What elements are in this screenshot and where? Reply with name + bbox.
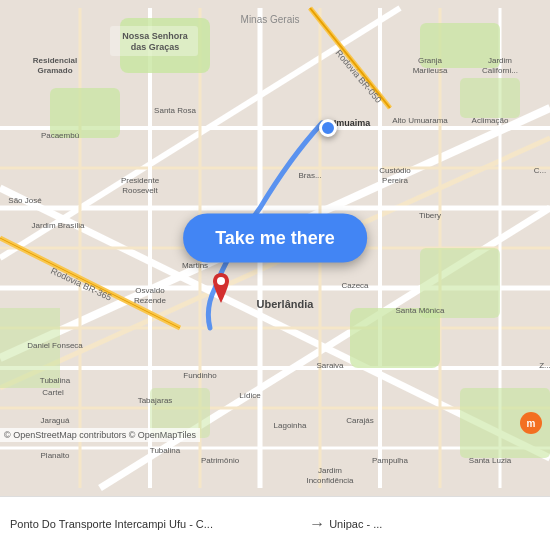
svg-text:Planalto: Planalto xyxy=(41,451,70,460)
svg-text:Presidente: Presidente xyxy=(121,176,160,185)
svg-text:Fundinho: Fundinho xyxy=(183,371,217,380)
svg-text:Daniel Fonseca: Daniel Fonseca xyxy=(27,341,83,350)
app-container: Rodovia BR-050 Rodovia BR-365 Nossa Senh… xyxy=(0,0,550,550)
svg-text:Gramado: Gramado xyxy=(37,66,72,75)
svg-text:Tibery: Tibery xyxy=(419,211,441,220)
svg-text:Carajás: Carajás xyxy=(346,416,374,425)
map-area: Rodovia BR-050 Rodovia BR-365 Nossa Senh… xyxy=(0,0,550,496)
destination-marker xyxy=(209,273,233,303)
svg-text:Pampulha: Pampulha xyxy=(372,456,409,465)
svg-text:Aclimação: Aclimação xyxy=(472,116,509,125)
svg-text:Pacaembú: Pacaembú xyxy=(41,131,79,140)
moovit-letter: m xyxy=(527,418,536,429)
svg-text:Lagoinha: Lagoinha xyxy=(274,421,307,430)
svg-text:C...: C... xyxy=(534,166,546,175)
svg-text:Uberlândia: Uberlândia xyxy=(257,298,315,310)
origin-item: Ponto Do Transporte Intercampi Ufu - C..… xyxy=(10,518,305,530)
svg-text:Jaraguá: Jaraguá xyxy=(41,416,70,425)
svg-text:Patrimônio: Patrimônio xyxy=(201,456,240,465)
svg-rect-26 xyxy=(460,78,520,118)
origin-label: Ponto Do Transporte Intercampi Ufu - C..… xyxy=(10,518,213,530)
svg-text:das Graças: das Graças xyxy=(131,42,180,52)
svg-text:Tubalina: Tubalina xyxy=(40,376,71,385)
destination-label: Unipac - ... xyxy=(329,518,382,530)
svg-text:Roosevelt: Roosevelt xyxy=(122,186,158,195)
svg-text:Z...: Z... xyxy=(539,361,550,370)
svg-text:Minas Gerais: Minas Gerais xyxy=(241,14,300,25)
origin-marker xyxy=(319,119,337,137)
svg-text:Osvaldo: Osvaldo xyxy=(135,286,165,295)
svg-text:Jardim: Jardim xyxy=(318,466,342,475)
moovit-icon: m xyxy=(520,412,542,434)
svg-text:Lídice: Lídice xyxy=(239,391,261,400)
svg-point-86 xyxy=(217,277,225,285)
svg-text:Pereira: Pereira xyxy=(382,176,408,185)
svg-text:Santa Rosa: Santa Rosa xyxy=(154,106,196,115)
svg-text:Jardim: Jardim xyxy=(488,56,512,65)
map-attribution: © OpenStreetMap contributors © OpenMapTi… xyxy=(0,428,200,442)
svg-text:Saraiva: Saraiva xyxy=(316,361,344,370)
svg-text:Custódio: Custódio xyxy=(379,166,411,175)
svg-text:Jardim Brasília: Jardim Brasília xyxy=(32,221,85,230)
moovit-logo: m xyxy=(520,412,542,434)
svg-text:Rezende: Rezende xyxy=(134,296,167,305)
svg-text:Cazeca: Cazeca xyxy=(341,281,369,290)
svg-text:Alto Umuarama: Alto Umuarama xyxy=(392,116,448,125)
svg-text:Nossa Senhora: Nossa Senhora xyxy=(122,31,189,41)
svg-text:Santa Mônica: Santa Mônica xyxy=(396,306,445,315)
svg-text:São José: São José xyxy=(8,196,42,205)
take-me-there-button[interactable]: Take me there xyxy=(183,214,367,263)
route-arrow: → xyxy=(305,515,329,533)
svg-text:Residencial: Residencial xyxy=(33,56,77,65)
svg-text:Tubalina: Tubalina xyxy=(150,446,181,455)
svg-text:Californi...: Californi... xyxy=(482,66,518,75)
svg-text:Tabajaras: Tabajaras xyxy=(138,396,173,405)
svg-text:Bras...: Bras... xyxy=(298,171,321,180)
svg-text:Granja: Granja xyxy=(418,56,443,65)
svg-text:Santa Luzia: Santa Luzia xyxy=(469,456,512,465)
bottom-bar: Ponto Do Transporte Intercampi Ufu - C..… xyxy=(0,496,550,550)
svg-text:Marileusa: Marileusa xyxy=(413,66,448,75)
svg-text:Inconfidência: Inconfidência xyxy=(306,476,354,485)
destination-item: Unipac - ... xyxy=(329,518,540,530)
svg-text:Cartel: Cartel xyxy=(42,388,64,397)
